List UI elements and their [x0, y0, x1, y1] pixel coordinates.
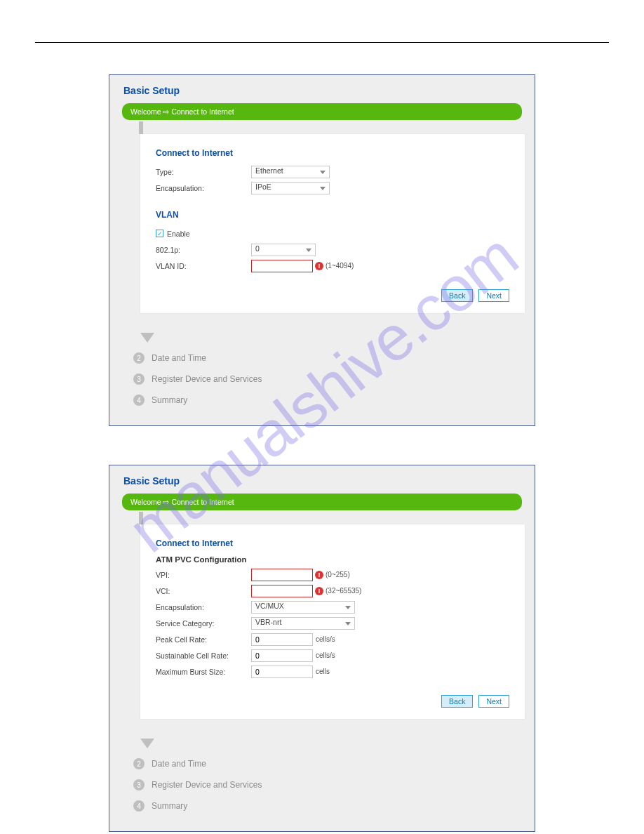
- step-number-icon: 3: [133, 779, 145, 790]
- encapsulation-select[interactable]: VC/MUX: [251, 601, 355, 614]
- vci-input[interactable]: [251, 585, 313, 597]
- step-date-time[interactable]: 2 Date and Time: [133, 758, 522, 769]
- breadcrumb: Welcome ⇨ Connect to Internet: [122, 494, 522, 510]
- vlanid-hint: (1~4094): [326, 262, 354, 270]
- step-connector: [139, 121, 143, 134]
- sustainable-cell-rate-unit: cells/s: [316, 651, 335, 659]
- vlanid-label: VLAN ID:: [156, 262, 251, 270]
- top-rule: [35, 42, 609, 43]
- service-category-value: VBR-nrt: [255, 618, 281, 626]
- step-number-icon: 2: [133, 352, 145, 364]
- step-connector: [139, 512, 143, 524]
- encapsulation-value: IPoE: [255, 183, 271, 191]
- step-date-time[interactable]: 2 Date and Time: [133, 352, 522, 364]
- step-label: Date and Time: [152, 759, 206, 769]
- peak-cell-rate-label: Peak Cell Rate:: [156, 635, 251, 644]
- sustainable-cell-rate-input[interactable]: [251, 649, 313, 662]
- encapsulation-select[interactable]: IPoE: [251, 182, 330, 194]
- max-burst-size-input[interactable]: [251, 666, 313, 678]
- 8021p-label: 802.1p:: [156, 246, 251, 254]
- step-summary[interactable]: 4 Summary: [133, 800, 522, 812]
- vlanid-input[interactable]: [251, 260, 313, 272]
- vpi-hint: (0~255): [326, 571, 350, 578]
- step-label: Register Device and Services: [152, 780, 262, 790]
- vpi-input[interactable]: [251, 569, 313, 581]
- enable-label: Enable: [167, 230, 190, 238]
- type-value: Ethernet: [255, 166, 283, 175]
- step-label: Date and Time: [152, 353, 206, 363]
- error-icon: !: [315, 587, 323, 595]
- enable-checkbox[interactable]: ✓: [156, 230, 163, 237]
- back-button[interactable]: Back: [441, 289, 473, 302]
- error-icon: !: [315, 571, 323, 579]
- sustainable-cell-rate-label: Sustainable Cell Rate:: [156, 651, 251, 660]
- next-button[interactable]: Next: [478, 695, 509, 708]
- step-label: Summary: [152, 801, 187, 811]
- step-register[interactable]: 3 Register Device and Services: [133, 373, 522, 385]
- type-label: Type:: [156, 168, 251, 176]
- vci-hint: (32~65535): [326, 587, 361, 595]
- encapsulation-label: Encapsulation:: [156, 603, 251, 611]
- form-card: Connect to Internet ATM PVC Configuratio…: [140, 524, 525, 719]
- step-number-icon: 4: [133, 395, 145, 406]
- form-card: Connect to Internet Type: Ethernet Encap…: [140, 134, 525, 313]
- vpi-label: VPI:: [156, 571, 251, 579]
- service-category-label: Service Category:: [156, 619, 251, 628]
- error-icon: !: [315, 262, 323, 270]
- peak-cell-rate-unit: cells/s: [316, 635, 335, 643]
- section-header-connect: Connect to Internet: [156, 148, 509, 158]
- vci-label: VCI:: [156, 587, 251, 595]
- step-number-icon: 2: [133, 758, 145, 769]
- step-number-icon: 3: [133, 373, 145, 385]
- step-summary[interactable]: 4 Summary: [133, 395, 522, 406]
- panel-atm-pvc: Basic Setup Welcome ⇨ Connect to Interne…: [109, 465, 535, 832]
- encapsulation-label: Encapsulation:: [156, 184, 251, 192]
- type-select[interactable]: Ethernet: [251, 166, 330, 178]
- next-button[interactable]: Next: [478, 289, 509, 302]
- encapsulation-value: VC/MUX: [255, 602, 284, 610]
- step-separator-icon: [140, 739, 154, 748]
- section-header-vlan: VLAN: [156, 210, 509, 220]
- breadcrumb: Welcome ⇨ Connect to Internet: [122, 103, 522, 120]
- step-label: Summary: [152, 395, 187, 405]
- step-separator-icon: [140, 333, 154, 343]
- section-header-connect: Connect to Internet: [156, 538, 509, 548]
- step-number-icon: 4: [133, 800, 145, 812]
- step-register[interactable]: 3 Register Device and Services: [133, 779, 522, 790]
- section-header-atm: ATM PVC Configuration: [156, 555, 509, 564]
- service-category-select[interactable]: VBR-nrt: [251, 617, 355, 630]
- 8021p-value: 0: [255, 244, 260, 253]
- peak-cell-rate-input[interactable]: [251, 633, 313, 646]
- step-label: Register Device and Services: [152, 374, 262, 384]
- back-button[interactable]: Back: [441, 695, 473, 708]
- page-title: Basic Setup: [123, 85, 522, 96]
- page-title: Basic Setup: [123, 475, 522, 486]
- 8021p-select[interactable]: 0: [251, 244, 316, 256]
- max-burst-size-label: Maximum Burst Size:: [156, 668, 251, 676]
- max-burst-size-unit: cells: [316, 668, 330, 675]
- panel-ethernet-vlan: Basic Setup Welcome ⇨ Connect to Interne…: [109, 74, 535, 426]
